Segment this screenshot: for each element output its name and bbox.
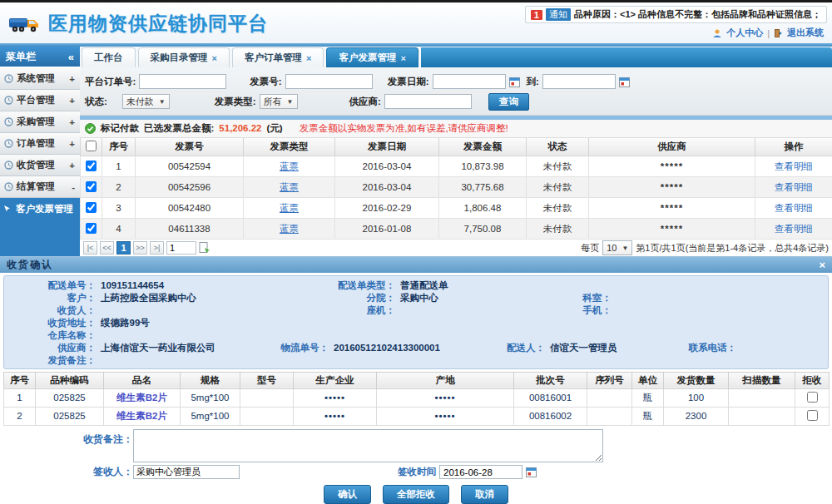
item-name-link[interactable]: 维生素B2片 [116,411,167,421]
invoice-type-link[interactable]: 蓝票 [280,203,299,213]
view-detail-link[interactable]: 查看明细 [775,224,813,234]
calendar-icon[interactable] [619,77,630,87]
cell-spec: 5mg*100 [181,388,240,407]
cancel-button[interactable]: 取消 [461,485,508,504]
view-detail-link[interactable]: 查看明细 [775,203,813,213]
signer-row: 签收人： 签收时间 [0,465,832,481]
reject-checkbox[interactable] [807,392,818,403]
prev-page-button[interactable]: << [100,241,114,254]
sidebar-subitem-customer-invoice[interactable]: 客户发票管理 [0,198,80,220]
first-page-button[interactable]: |< [83,241,97,254]
invoice-date-input[interactable] [433,74,506,89]
supplier-label: 供应商: [349,96,381,108]
sidebar-item-order[interactable]: 订单管理 + [0,133,80,155]
tab-customer-order[interactable]: 客户订单管理 × [232,47,324,67]
cell-invoice-no: 00542594 [136,156,244,177]
expand-icon[interactable]: + [69,96,75,106]
invoice-date-label: 发票日期: [388,76,429,88]
collapse-minus-icon[interactable]: - [72,182,75,192]
platform-order-input[interactable] [139,74,226,89]
cell-supplier: ***** [589,177,755,198]
expand-icon[interactable]: + [69,161,75,170]
signer-input[interactable] [133,465,240,479]
cell-scan-qty [729,388,795,407]
invoice-type-select-value: 所有 [264,96,282,108]
delivery-info-panel: 配送单号： 109151144654 配送单类型： 普通配送单 客户： 上药控股… [3,275,829,369]
personal-center-link[interactable]: 个人中心 [726,27,763,39]
row-checkbox[interactable] [86,181,97,192]
view-detail-link[interactable]: 查看明细 [775,161,813,171]
view-detail-link[interactable]: 查看明细 [775,182,813,192]
page-number-input[interactable] [166,241,196,254]
cell-item-no: 1 [4,388,36,407]
reject-checkbox[interactable] [807,410,818,421]
row-checkbox[interactable] [86,223,97,234]
current-page-button[interactable]: 1 [116,241,131,254]
user-icon [712,28,722,38]
address-value: 绥德路99号 [96,317,150,329]
invoice-type-select[interactable]: 所有 ▼ [260,94,298,109]
notice-label: 通知 [546,8,571,21]
status-select[interactable]: 未付款 ▼ [122,94,170,109]
item-name-link[interactable]: 维生素B2片 [116,393,167,403]
invoice-date-to-input[interactable] [542,74,616,89]
user-links: 个人中心 | 退出系统 [712,27,827,39]
modal-close-icon[interactable]: × [819,259,825,271]
calendar-icon[interactable] [509,77,520,87]
invoice-no-input[interactable] [285,74,373,89]
sidebar-item-settlement[interactable]: 结算管理 - [0,176,80,198]
invoice-type-link[interactable]: 蓝票 [280,224,299,234]
per-page-select[interactable]: 10 ▼ [602,240,632,255]
app-window: 医用物资供应链协同平台 1 通知 品种原因：<1> 品种信息不完整：包括品牌和品… [0,0,832,504]
tab-label: 工作台 [94,52,123,64]
cell-supplier: ***** [589,156,755,177]
col-invoice-amount: 发票金额 [439,138,527,156]
sidebar-collapse-icon[interactable]: « [68,51,74,63]
supplier-input[interactable] [384,94,472,109]
customer-label: 客户： [4,292,96,304]
tab-customer-invoice[interactable]: 客户发票管理 × [326,47,418,67]
sidebar-item-platform[interactable]: 平台管理 + [0,90,80,111]
invoice-type-link[interactable]: 蓝票 [280,161,299,171]
col-invoice-type: 发票类型 [244,138,335,156]
branch-label: 分院： [304,292,395,304]
tab-close-icon[interactable]: × [400,53,405,63]
notification-bar[interactable]: 1 通知 品种原因：<1> 品种信息不完整：包括品牌和品种证照信息； [525,6,827,23]
last-page-button[interactable]: >| [150,241,164,254]
sidebar-item-procurement[interactable]: 采购管理 + [0,111,80,133]
select-all-checkbox[interactable] [86,141,97,151]
sidebar-item-receiving[interactable]: 收货管理 + [0,155,80,176]
cell-amount: 30,775.68 [439,177,527,198]
reject-all-button[interactable]: 全部拒收 [383,485,449,504]
tab-close-icon[interactable]: × [212,53,217,63]
logout-link[interactable]: 退出系统 [787,27,824,39]
invoice-type-link[interactable]: 蓝票 [280,182,299,192]
tab-workbench[interactable]: 工作台 [82,47,136,67]
mark-payment-label[interactable]: 标记付款 [101,122,139,135]
notice-count-badge: 1 [531,10,542,20]
modal-supplier-value: 上海信谊天一药业有限公司 [96,342,262,354]
receive-remark-textarea[interactable] [133,429,603,462]
delivery-type-value: 普通配送单 [395,279,520,292]
expand-icon[interactable]: + [69,74,75,84]
header-right: 1 通知 品种原因：<1> 品种信息不完整：包括品牌和品种证照信息； 个人中心 … [525,4,827,43]
date-to-label: 到: [527,76,539,88]
receive-confirm-modal: 收货确认 × 配送单号： 109151144654 配送单类型： 普通配送单 客… [0,256,832,504]
invoice-row: 3 00542480 蓝票 2016-02-29 1,806.48 未付款 **… [81,198,832,219]
sign-time-input[interactable] [439,465,522,479]
cell-no: 2 [102,177,136,198]
sidebar-item-system[interactable]: 系统管理 + [0,68,80,90]
logo-title: 医用物资供应链协同平台 [8,4,268,43]
calendar-icon[interactable] [526,467,537,477]
next-page-button[interactable]: >> [133,241,147,254]
confirm-button[interactable]: 确认 [324,485,371,504]
search-button[interactable]: 查询 [488,93,529,111]
expand-icon[interactable]: + [69,117,75,127]
export-icon[interactable] [199,242,210,254]
row-checkbox[interactable] [86,202,97,213]
tab-purchase-catalog[interactable]: 采购目录管理 × [138,47,230,67]
tab-close-icon[interactable]: × [306,53,311,63]
expand-icon[interactable]: + [69,139,75,149]
receive-remark-label: 收货备注： [0,429,133,447]
row-checkbox[interactable] [86,161,97,171]
